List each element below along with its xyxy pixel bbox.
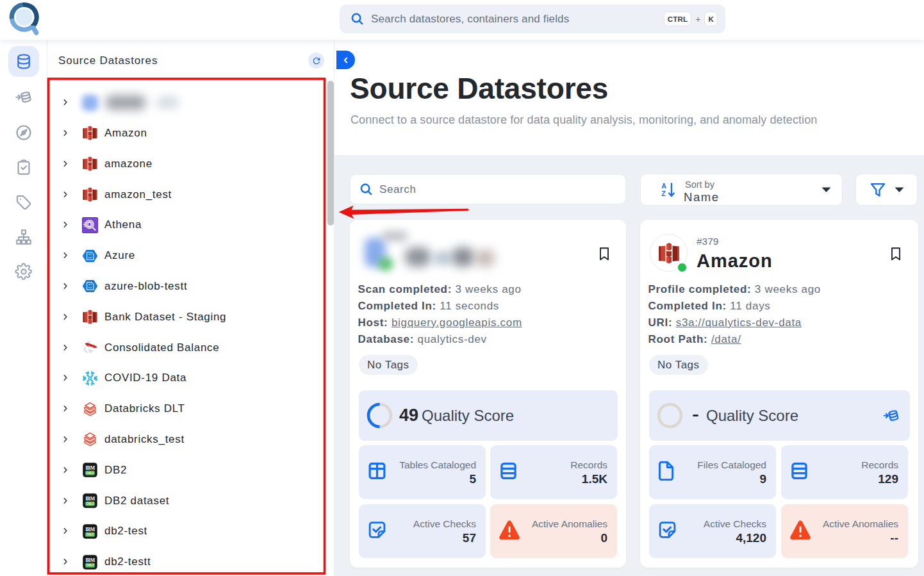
svg-text:IBM: IBM [85, 496, 95, 502]
svg-text:IBM: IBM [85, 557, 95, 563]
svg-text:IBM: IBM [85, 526, 95, 532]
svg-text:Z: Z [661, 190, 666, 197]
svg-text:A: A [661, 182, 666, 190]
svg-text:DB2: DB2 [86, 502, 94, 506]
svg-text:DB2: DB2 [86, 472, 94, 475]
svg-text:IBM: IBM [85, 465, 95, 471]
svg-text:DB2: DB2 [86, 532, 94, 536]
svg-text:DB2: DB2 [86, 563, 94, 567]
